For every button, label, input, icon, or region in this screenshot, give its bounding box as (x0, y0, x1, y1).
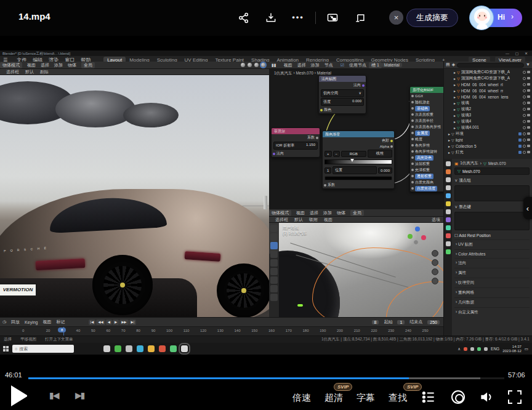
frame-tick: 90 (151, 329, 156, 332)
tool-annotate-icon (270, 276, 278, 284)
topbar-divider (315, 12, 316, 24)
visibility-eye-icon (523, 108, 526, 111)
progress-bar[interactable] (28, 377, 504, 379)
close-icon[interactable]: × (389, 10, 403, 25)
notification-icon: ▭ (525, 347, 528, 352)
quality-button[interactable]: 超清 (324, 392, 343, 404)
shape-keys-list (454, 212, 530, 230)
properties-tab-icon (446, 249, 451, 254)
svip-badge-quality: SVIP (334, 383, 352, 391)
outliner-row: ▸ ▽ HDM_06_004_xenon_lens (444, 94, 532, 100)
playback-speed-button[interactable]: 倍速 (292, 392, 311, 404)
visibility-eye-icon (523, 83, 526, 86)
collapsed-section: › 几何数据 (454, 297, 530, 307)
tool-cursor-icon (270, 233, 278, 241)
properties-tab-icon (446, 217, 451, 222)
render-camera-icon (527, 83, 530, 86)
taskbar-apps (103, 345, 188, 352)
search-icon: ○ (15, 347, 17, 351)
shading-solid-icon (248, 63, 252, 67)
properties-tab-icon (446, 185, 451, 190)
outliner-row: ▸ ▽ 玻璃4.001 (444, 124, 532, 131)
find-button[interactable]: 查找 (389, 392, 407, 404)
viewport2-tool-settings: 选择框默认吸附视图 选项 (269, 217, 443, 223)
properties-breadcrumb: ▣1仿真汽车 ›▽Mesh.070 (454, 161, 530, 166)
video-frame[interactable]: Blender* [D:\uSence工程\blend\…\.blend] — … (0, 36, 532, 361)
subtitles-button[interactable]: 字幕 (357, 392, 375, 404)
zoom-icon (432, 250, 438, 257)
outliner-row: ▸ ▽ Collection 5 (444, 143, 532, 149)
outliner-search-input (457, 63, 524, 68)
color-ramp-gradient (324, 159, 392, 164)
share-icon[interactable] (236, 10, 251, 25)
frame-tick: 70 (121, 329, 126, 332)
download-icon[interactable] (264, 10, 278, 25)
visibility-eye-icon (523, 145, 526, 148)
visibility-eye-icon (523, 71, 526, 74)
shader-menu-item: 视图 (281, 62, 295, 68)
window-controls: — ▢ ✕ (506, 51, 530, 55)
pan-hand-icon (432, 259, 438, 266)
collapsed-section: › 自定义属性 (454, 307, 530, 317)
frame-tick: 200 (337, 329, 343, 332)
mouse-hint: 平移视图 (20, 337, 36, 342)
blender-status-bar: 选择平移视图打开上下文菜单 1仿真汽车 | 顶点:8,542,734 | 面:8… (0, 336, 532, 343)
generate-summary-button[interactable]: 生成摘要 (406, 9, 458, 27)
taskbar-app-icon (137, 345, 143, 352)
outliner-row: ▸ ▽ 玻璃3 (444, 112, 532, 118)
car-rear-wheel (92, 255, 153, 315)
playback-menu: 回放 (9, 319, 22, 325)
render-camera-icon (527, 102, 530, 104)
viewport-menu-item: 视图 (25, 62, 38, 68)
use-nodes-checkbox: 使用节点 (347, 62, 369, 68)
visibility-eye-icon (523, 132, 526, 135)
playlist-icon[interactable] (421, 389, 437, 405)
playback-buttons: |◀◀◀◀▶▶▶▶| (86, 320, 139, 325)
marker-menu: 标记 (54, 319, 68, 325)
collapsed-sections: › UV 贴图› Color Attributes› 法向› 属性› 纹理空间›… (454, 239, 530, 317)
frame-tick: 120 (200, 329, 206, 332)
pip-icon[interactable] (325, 10, 340, 25)
previous-video-button[interactable]: ▮◀ (46, 390, 62, 401)
shader-menu-item: 添加 (308, 62, 322, 68)
render-camera-icon (527, 139, 530, 141)
properties-tab-icon (446, 201, 451, 206)
play-button[interactable] (11, 385, 36, 406)
windows-taskbar: ○ 搜索 ∧ ENG 14:372023-08-12 ▭ (0, 343, 532, 355)
volume-icon[interactable] (478, 389, 494, 405)
properties-tab-icon (446, 209, 451, 214)
frame-tick: 80 (136, 329, 140, 332)
assistant-entry[interactable]: Hi › (469, 6, 522, 30)
fullscreen-icon[interactable] (508, 390, 522, 404)
funnel-filter-icon: ▼ (526, 62, 530, 67)
viewport-menu-item: 选择 (307, 210, 321, 216)
playlist-drawer-handle[interactable]: ‹ (523, 197, 532, 219)
blender-title-bar: Blender* [D:\uSence工程\blend\…\.blend] — … (0, 50, 532, 56)
frame-tick: 220 (371, 329, 377, 332)
frame-tick: 230 (388, 329, 394, 332)
record-icon[interactable] (451, 390, 465, 404)
rest-position-checkbox: ☐ Add Rest Position (454, 232, 530, 239)
render-camera-icon (527, 132, 530, 135)
frame-tick: 180 (302, 329, 308, 332)
grid-toggle-icon (432, 278, 438, 284)
shader-menu-item: 选择 (295, 62, 308, 68)
tool-scale-icon (270, 259, 278, 267)
taskbar-search-input: ○ 搜索 (12, 345, 74, 353)
render-camera-icon (527, 95, 530, 98)
tool-option: 默认 (22, 69, 37, 75)
tv-cast-icon[interactable] (353, 10, 368, 25)
next-video-button[interactable]: ▶▮ (71, 390, 87, 401)
more-icon[interactable]: ••• (291, 10, 305, 25)
mouse-hints: 选择平移视图打开上下文菜单 (0, 337, 73, 342)
object-type-icon: ▽ (457, 107, 460, 111)
viewport-menu-item: 添加 (321, 210, 334, 216)
visibility-eye-icon (523, 120, 526, 123)
shading-rendered-icon (261, 63, 265, 67)
timeline-view-menu: 视图 (41, 319, 54, 325)
render-camera-icon (527, 126, 530, 129)
timeline-ruler: 0203040506070809010011012013014015016017… (0, 326, 443, 336)
mode-dropdown: 物体模式 (0, 62, 22, 68)
display-mode-icon: ◈ (452, 62, 455, 67)
tool-select-icon (270, 225, 278, 232)
